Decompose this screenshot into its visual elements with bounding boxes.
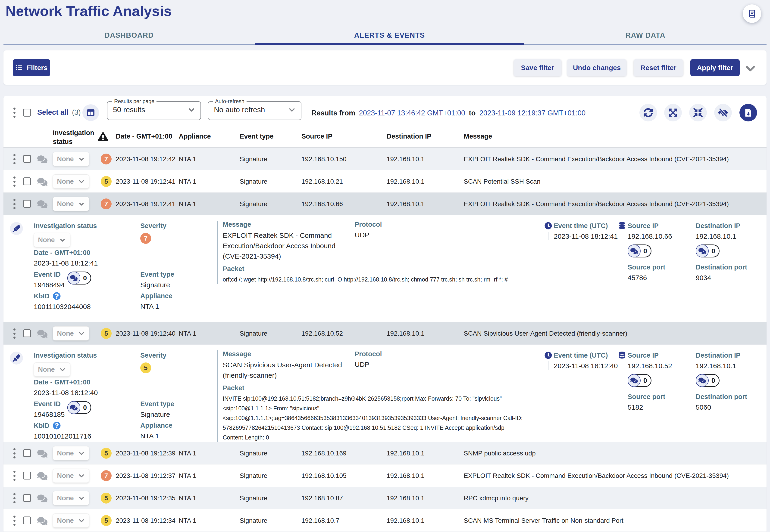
investigation-status-value: None	[57, 200, 74, 208]
collapse-all-button[interactable]	[689, 104, 707, 121]
detail-appliance: Appliance NTA 1	[140, 292, 172, 310]
col-date[interactable]: Date - GMT+01:00	[116, 133, 172, 140]
table-row[interactable]: None 5 2023-11-08 19:12:35 NTA 1 Signatu…	[3, 487, 767, 509]
toolbar-menu-kebab[interactable]	[13, 108, 16, 118]
col-event-type[interactable]: Event type	[240, 133, 274, 140]
table-row[interactable]: None 5 2023-11-08 19:12:39 NTA 1 Signatu…	[3, 442, 767, 464]
hide-columns-button[interactable]	[714, 104, 732, 121]
comments-icon	[628, 244, 641, 257]
detail-value: 2023-11-08 18:12:40	[554, 362, 618, 370]
comments-icon[interactable]	[37, 493, 47, 504]
investigation-status-select[interactable]: None	[53, 152, 89, 166]
investigation-status-value: None	[57, 178, 74, 185]
table-row[interactable]: None 5 2023-11-08 19:12:41 NTA 1 Signatu…	[3, 170, 767, 193]
help-icon[interactable]	[53, 422, 61, 430]
investigation-status-select[interactable]: None	[53, 174, 89, 189]
event-id-comments-pill[interactable]: 0	[67, 272, 91, 285]
help-icon[interactable]	[53, 292, 61, 300]
comments-icon[interactable]	[37, 199, 47, 209]
tab-dashboard[interactable]: DASHBOARD	[3, 27, 255, 43]
range-start-link[interactable]: 2023-11-07 13:46:42 GMT+01:00	[359, 109, 465, 117]
row-checkbox[interactable]	[23, 329, 31, 337]
col-appliance[interactable]: Appliance	[179, 133, 211, 140]
col-source-ip[interactable]: Source IP	[301, 133, 332, 140]
row-checkbox[interactable]	[23, 472, 31, 479]
detail-source: Source IP 192.168.10.66 0 Source port 45…	[617, 222, 672, 282]
detail-label: Appliance	[140, 422, 172, 429]
cell-destination-ip: 192.168.10.1	[387, 200, 425, 208]
row-checkbox[interactable]	[23, 200, 31, 208]
source-ip-comments-pill[interactable]: 0	[628, 244, 652, 257]
investigation-status-select[interactable]: None	[53, 446, 89, 460]
investigation-status-select[interactable]: None	[34, 233, 70, 247]
row-menu-kebab[interactable]	[13, 176, 16, 187]
table-row[interactable]: None 5 2023-11-08 19:12:40 NTA 1 Signatu…	[3, 322, 767, 345]
annotate-button[interactable]	[10, 222, 23, 235]
cell-source-ip: 192.168.10.87	[301, 495, 343, 502]
comments-icon[interactable]	[37, 177, 47, 187]
comments-icon[interactable]	[37, 154, 47, 164]
export-download-button[interactable]	[739, 104, 757, 121]
investigation-status-select[interactable]: None	[34, 362, 70, 377]
documentation-button[interactable]	[743, 4, 761, 23]
select-all-checkbox[interactable]	[23, 109, 31, 117]
destination-ip-comments-pill[interactable]: 0	[696, 244, 720, 257]
cell-date: 2023-11-08 19:12:34	[116, 517, 175, 524]
expand-all-button[interactable]	[664, 104, 682, 121]
detail-label: Source port	[628, 393, 672, 401]
tab-raw-data[interactable]: RAW DATA	[524, 27, 767, 43]
row-menu-kebab[interactable]	[13, 199, 16, 209]
eye-slash-icon	[718, 107, 728, 118]
table-row[interactable]: None 7 2023-11-08 19:12:37 NTA 1 Signatu…	[3, 464, 767, 487]
investigation-status-select[interactable]: None	[53, 491, 89, 505]
col-severity-warning[interactable]	[98, 132, 108, 142]
annotate-button[interactable]	[10, 352, 23, 365]
auto-refresh-select[interactable]: Auto-refresh No auto refresh	[208, 99, 301, 120]
undo-changes-button[interactable]: Undo changes	[567, 59, 627, 76]
row-menu-kebab[interactable]	[13, 493, 16, 503]
row-checkbox[interactable]	[23, 449, 31, 457]
comments-icon[interactable]	[37, 329, 47, 339]
column-picker-button[interactable]	[82, 104, 99, 121]
col-destination-ip[interactable]: Destination IP	[387, 133, 431, 140]
collapse-filter-chevron[interactable]	[744, 62, 757, 75]
comments-icon[interactable]	[37, 448, 47, 459]
comments-icon[interactable]	[37, 471, 47, 481]
filters-button[interactable]: Filters	[13, 59, 50, 76]
row-checkbox[interactable]	[23, 177, 31, 185]
row-menu-kebab[interactable]	[13, 516, 16, 526]
row-checkbox[interactable]	[23, 517, 31, 524]
range-end-link[interactable]: 2023-11-09 12:19:37 GMT+01:00	[479, 109, 586, 117]
detail-label: Event time (UTC)	[554, 352, 618, 359]
destination-ip-comments-pill[interactable]: 0	[696, 374, 720, 387]
row-menu-kebab[interactable]	[13, 448, 16, 458]
comment-count: 0	[83, 274, 87, 282]
investigation-status-select[interactable]: None	[53, 469, 89, 483]
row-checkbox[interactable]	[23, 155, 31, 163]
refresh-button[interactable]	[640, 104, 657, 121]
col-message[interactable]: Message	[464, 133, 492, 140]
tab-alerts-events[interactable]: ALERTS & EVENTS	[255, 27, 524, 43]
source-ip-comments-pill[interactable]: 0	[628, 374, 652, 387]
comments-icon[interactable]	[37, 516, 47, 526]
event-id-comments-pill[interactable]: 0	[67, 401, 91, 414]
table-row[interactable]: None 7 2023-11-08 19:12:42 NTA 1 Signatu…	[3, 148, 767, 170]
apply-filter-button[interactable]: Apply filter	[690, 59, 740, 76]
table-row[interactable]: None 7 2023-11-08 19:12:41 NTA 1 Signatu…	[3, 193, 767, 215]
row-menu-kebab[interactable]	[13, 328, 16, 339]
investigation-status-select[interactable]: None	[53, 197, 89, 211]
table-row[interactable]: None 5 2023-11-08 19:12:34 NTA 1 Signatu…	[3, 509, 767, 532]
row-checkbox[interactable]	[23, 494, 31, 502]
row-menu-kebab[interactable]	[13, 471, 16, 481]
reset-filter-button[interactable]: Reset filter	[634, 59, 683, 76]
select-all-label[interactable]: Select all	[37, 108, 68, 117]
cell-date: 2023-11-08 19:12:41	[116, 178, 175, 185]
row-menu-kebab[interactable]	[13, 154, 16, 164]
results-per-page-select[interactable]: Results per page 50 results	[107, 99, 201, 120]
detail-value: NTA 1	[140, 432, 172, 440]
detail-packet: Packet INVITE sip:100@192.168.10.51:5182…	[223, 384, 530, 442]
detail-value: INVITE sip:100@192.168.10.51:5182;branch…	[223, 394, 523, 442]
investigation-status-select[interactable]: None	[53, 513, 89, 528]
investigation-status-select[interactable]: None	[53, 326, 89, 340]
save-filter-button[interactable]: Save filter	[514, 59, 561, 76]
